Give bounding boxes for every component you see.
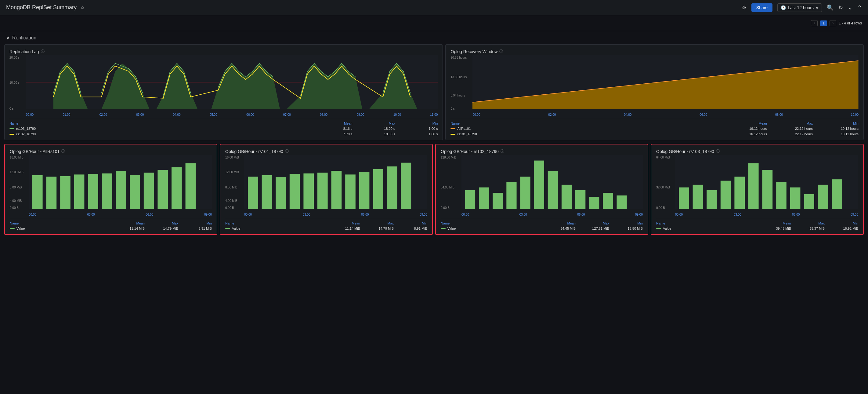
replication-lag-chart: 20.00 s 10.00 s 0 s xyxy=(9,55,438,116)
svg-rect-43 xyxy=(603,193,613,209)
allrs101-color-dot xyxy=(451,128,455,129)
svg-rect-49 xyxy=(721,181,731,209)
svg-rect-53 xyxy=(776,182,786,209)
svg-rect-9 xyxy=(60,176,70,209)
oplog-allrs101-info-icon[interactable]: ⓘ xyxy=(61,149,65,154)
current-page: 1 xyxy=(820,21,827,26)
legend-row-rs101: rs101_18790 16.12 hours 22.12 hours 10.1… xyxy=(451,131,859,137)
time-range-label: Last 12 hours xyxy=(788,5,814,10)
svg-rect-52 xyxy=(763,170,773,209)
top-panels-row: Replication Lag ⓘ 20.00 s 10.00 s 0 s xyxy=(0,43,868,141)
svg-rect-56 xyxy=(818,185,828,209)
oplog-rs103-title: Oplog GB/Hour - rs103_18790 ⓘ xyxy=(656,149,858,154)
maximize-button[interactable]: ⌃ xyxy=(857,4,862,11)
oplog-allrs101-panel: Oplog GB/Hour - AllRs101 ⓘ 16.00 MiB 12.… xyxy=(4,144,217,235)
sub-bar: ‹ 1 › 1 - 4 of 4 rows xyxy=(0,15,868,31)
svg-rect-27 xyxy=(345,174,355,209)
oplog-rs101-info-icon[interactable]: ⓘ xyxy=(285,149,289,154)
legend-row-rs102: rs102_18790 7.70 s 18.00 s 1.00 s xyxy=(9,131,438,137)
top-bar-right: ⚙ Share 🕐 Last 12 hours ∨ 🔍 ↻ ⌄ ⌃ xyxy=(742,3,862,12)
top-bar: MongoDB ReplSet Summary ☆ ⚙ Share 🕐 Last… xyxy=(0,0,868,15)
svg-rect-38 xyxy=(534,161,544,209)
svg-rect-51 xyxy=(748,163,759,209)
oplog-rs102-info-icon[interactable]: ⓘ xyxy=(500,149,504,154)
rs103-name: rs103_18790 xyxy=(16,127,36,131)
svg-rect-8 xyxy=(46,176,57,209)
section-chevron: ∨ xyxy=(6,35,10,40)
svg-rect-23 xyxy=(290,174,300,209)
oplog-allrs101-legend: Name Mean Max Min Value 11.14 MiB 14.79 … xyxy=(10,219,212,231)
share-button[interactable]: Share xyxy=(751,3,772,12)
zoom-out-button[interactable]: 🔍 xyxy=(827,4,834,11)
oplog-rs103-chart: 64.00 MiB 32.00 MiB 0.00 B xyxy=(656,155,858,216)
svg-rect-50 xyxy=(734,176,745,209)
oplog-rs101-panel: Oplog GB/Hour - rs101_18790 ⓘ 16.00 MiB … xyxy=(220,144,433,235)
oplog-allrs101-chart: 16.00 MiB 12.00 MiB 8.00 MiB 4.00 MiB 0.… xyxy=(10,155,212,216)
favorite-icon[interactable]: ☆ xyxy=(80,5,85,10)
svg-rect-37 xyxy=(520,176,530,209)
y-label-bot: 0 s xyxy=(451,107,455,110)
replication-lag-info-icon[interactable]: ⓘ xyxy=(41,49,44,54)
svg-rect-36 xyxy=(506,182,517,209)
pagination: ‹ 1 › 1 - 4 of 4 rows xyxy=(811,20,862,26)
oplog-recovery-chart: 20.83 hours 13.89 hours 6.94 hours 0 s 0… xyxy=(451,55,859,116)
section-header[interactable]: ∨ Replication xyxy=(0,31,868,43)
legend-header: Name Mean Max Min xyxy=(451,121,859,126)
svg-rect-15 xyxy=(144,173,154,209)
oplog-recovery-title: Oplog Recovery Window ⓘ xyxy=(451,49,859,54)
time-range-picker[interactable]: 🕐 Last 12 hours ∨ xyxy=(777,3,822,12)
oplog-rs102-chart: 128.00 MiB 64.00 MiB 0.00 B xyxy=(441,155,643,216)
bottom-panels-row: Oplog GB/Hour - AllRs101 ⓘ 16.00 MiB 12.… xyxy=(0,143,868,236)
rs101-color-dot xyxy=(451,134,455,135)
svg-rect-41 xyxy=(575,190,585,209)
rs101-name: rs101_18790 xyxy=(457,132,477,136)
svg-rect-17 xyxy=(172,167,182,209)
prev-page-button[interactable]: ‹ xyxy=(811,20,818,26)
settings-button[interactable]: ⚙ xyxy=(742,4,747,11)
svg-rect-7 xyxy=(32,175,43,209)
svg-rect-34 xyxy=(479,188,489,209)
oplog-rs101-title: Oplog GB/Hour - rs101_18790 ⓘ xyxy=(225,149,427,154)
svg-rect-57 xyxy=(832,179,842,209)
svg-rect-11 xyxy=(88,174,98,209)
oplog-recovery-info-icon[interactable]: ⓘ xyxy=(499,49,503,54)
svg-rect-46 xyxy=(679,188,689,209)
clock-icon: 🕐 xyxy=(781,5,786,10)
svg-rect-33 xyxy=(465,190,475,209)
time-range-chevron: ∨ xyxy=(815,5,818,10)
next-page-button[interactable]: › xyxy=(830,20,836,26)
y-label-mid1: 13.89 hours xyxy=(451,76,467,79)
oplog-recovery-legend: Name Mean Max Min AllRs101 16.12 hours 2… xyxy=(451,119,859,137)
svg-rect-35 xyxy=(493,193,503,209)
dashboard-title: MongoDB ReplSet Summary xyxy=(6,4,76,11)
oplog-rs101-legend: Name Mean Max Min Value 11.14 MiB 14.79 … xyxy=(225,219,427,231)
replication-lag-legend: Name Mean Max Min rs103_18790 8.16 s 18.… xyxy=(9,119,438,137)
y-label-top: 20.00 s xyxy=(9,56,20,59)
replication-lag-xaxis: 00:00 01:00 02:00 03:00 04:00 05:00 06:0… xyxy=(26,113,438,116)
oplog-rs101-chart: 16.00 MiB 12.00 MiB 8.00 MiB 4.00 MiB 0.… xyxy=(225,155,427,216)
oplog-recovery-xaxis: 00:00 02:00 04:00 06:00 08:00 10:00 xyxy=(472,113,859,116)
legend-header: Name Mean Max Min xyxy=(9,121,438,126)
rs102-name: rs102_18790 xyxy=(16,132,36,136)
oplog-rs102-legend: Name Mean Max Min Value 54.45 MiB 127.81… xyxy=(441,219,643,231)
allrs101-name: AllRs101 xyxy=(457,127,471,131)
y-label-mid2: 6.94 hours xyxy=(451,94,465,97)
oplog-allrs101-title: Oplog GB/Hour - AllRs101 ⓘ xyxy=(10,149,212,154)
svg-rect-39 xyxy=(548,171,558,209)
svg-rect-16 xyxy=(157,170,168,209)
legend-row-allrs101: AllRs101 16.12 hours 22.12 hours 10.12 h… xyxy=(451,126,859,131)
y-label-top: 20.83 hours xyxy=(451,56,467,59)
rs102-color-dot xyxy=(9,134,14,135)
legend-row-rs103: rs103_18790 8.16 s 18.00 s 1.00 s xyxy=(9,126,438,131)
refresh-button[interactable]: ↻ xyxy=(838,4,843,11)
svg-rect-44 xyxy=(617,195,627,209)
svg-rect-21 xyxy=(262,175,272,209)
top-bar-left: MongoDB ReplSet Summary ☆ xyxy=(6,4,85,11)
svg-rect-26 xyxy=(332,171,342,209)
section-title: Replication xyxy=(12,35,36,40)
rs103-color-dot xyxy=(9,128,14,129)
svg-rect-22 xyxy=(276,177,286,209)
oplog-rs103-info-icon[interactable]: ⓘ xyxy=(716,149,720,154)
oplog-rs103-legend: Name Mean Max Min Value 39.48 MiB 68.37 … xyxy=(656,219,858,231)
chevron-button[interactable]: ⌄ xyxy=(848,4,852,11)
